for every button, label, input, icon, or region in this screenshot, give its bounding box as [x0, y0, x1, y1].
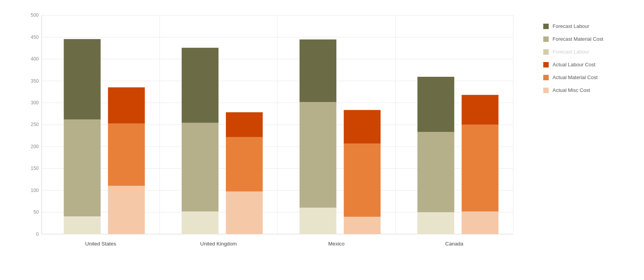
ca-forecast-labourlight: [417, 212, 454, 234]
legend-item-forecast-labour-light: Forecast Labour: [543, 49, 636, 55]
legend-label-actual-misc: Actual Misc Cost: [553, 87, 590, 93]
mx-actual-misc: [344, 217, 381, 234]
ca-actual-labour: [461, 95, 498, 125]
legend-swatch-forecast-labour-light: [543, 49, 549, 55]
legend-item-actual-material: Actual Material Cost: [543, 74, 636, 80]
legend-swatch-actual-labour: [543, 62, 549, 67]
x-label-us: United States: [85, 241, 116, 247]
bar-chart-svg: .axis-label { font-size: 13px; fill: #88…: [23, 8, 532, 257]
y-axis-label-200: 200: [31, 144, 39, 149]
x-label-mx: Mexico: [328, 241, 344, 247]
us-actual-material: [108, 124, 145, 186]
legend-label-forecast-labour: Forecast Labour: [553, 23, 589, 29]
legend-label-actual-material: Actual Material Cost: [553, 74, 598, 80]
mx-forecast-labourlight: [300, 208, 336, 234]
legend-area: Forecast Labour Forecast Material Cost F…: [536, 0, 644, 280]
legend-label-actual-labour: Actual Labour Cost: [553, 62, 596, 67]
mx-forecast-labour: [300, 40, 336, 102]
y-axis-label-450: 450: [31, 35, 39, 40]
ca-forecast-material: [417, 132, 454, 212]
legend-item-actual-labour: Actual Labour Cost: [543, 62, 636, 67]
y-axis-label-100: 100: [31, 188, 39, 193]
y-axis-label-500: 500: [31, 12, 39, 18]
uk-forecast-material: [182, 123, 219, 212]
legend-item-forecast-material: Forecast Material Cost: [543, 36, 636, 42]
uk-actual-material: [226, 137, 263, 192]
x-label-ca: Canada: [445, 241, 463, 247]
legend-swatch-forecast-labour: [543, 24, 549, 29]
ca-actual-material: [461, 125, 498, 212]
ca-forecast-labour: [417, 77, 454, 132]
legend-label-forecast-labour-light: Forecast Labour: [553, 49, 589, 55]
mx-forecast-material: [300, 102, 336, 207]
y-axis-label-300: 300: [31, 100, 39, 105]
y-axis-label-150: 150: [31, 166, 39, 171]
uk-actual-labour: [226, 112, 263, 137]
chart-container: .axis-label { font-size: 13px; fill: #88…: [0, 0, 644, 280]
us-actual-misc: [108, 186, 145, 234]
legend-item-forecast-labour: Forecast Labour: [543, 23, 636, 29]
us-forecast-material: [64, 119, 101, 216]
mx-actual-labour: [344, 110, 381, 144]
legend-swatch-actual-material: [543, 75, 549, 80]
legend-swatch-actual-misc: [543, 88, 549, 93]
us-forecast-labourlight: [64, 216, 101, 234]
legend-label-forecast-material: Forecast Material Cost: [553, 36, 603, 42]
y-axis-label-0: 0: [36, 231, 39, 237]
uk-forecast-labour: [182, 48, 219, 123]
y-axis-label-50: 50: [33, 209, 39, 215]
uk-actual-misc: [226, 192, 263, 234]
legend-item-actual-misc: Actual Misc Cost: [543, 87, 636, 93]
ca-actual-misc: [461, 211, 498, 234]
us-actual-labour: [108, 87, 145, 123]
mx-actual-material: [344, 143, 381, 217]
y-axis-label-350: 350: [31, 78, 39, 83]
legend-swatch-forecast-material: [543, 36, 549, 42]
y-axis-label-250: 250: [31, 122, 39, 127]
chart-area: .axis-label { font-size: 13px; fill: #88…: [0, 0, 536, 280]
y-axis-label-400: 400: [31, 56, 39, 62]
uk-forecast-labourlight: [182, 211, 219, 234]
us-forecast-labour: [64, 39, 101, 119]
x-label-uk: United Kingdom: [200, 241, 237, 247]
